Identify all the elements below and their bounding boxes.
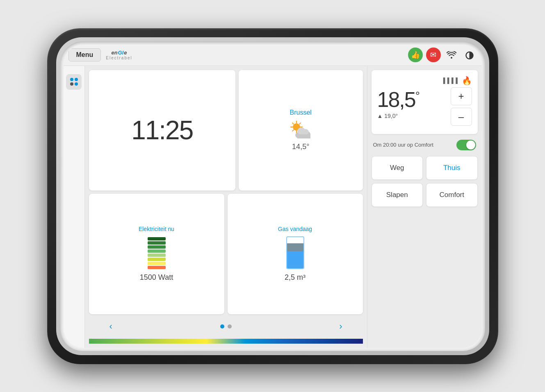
dot-3 [70,82,73,86]
top-tiles-row: 11:25 Brussel [89,70,363,190]
svg-point-12 [302,129,309,135]
svg-line-5 [292,123,294,124]
electricity-label: Elektriciteit nu [139,226,174,232]
dot-1 [70,78,73,81]
mode-thuis-button[interactable]: Thuis [426,156,478,180]
schedule-text: Om 20:00 uur op Comfort [373,142,433,148]
temp-decrease-button[interactable]: – [451,108,472,126]
right-panel: ▌▌▌▌ 🔥 18,5° ▲ 19,0° [367,66,482,348]
gas-level-top [287,243,303,251]
gas-value: 2,5 m³ [285,273,306,282]
main-content: 11:25 Brussel [64,66,482,348]
bar-3 [148,258,166,261]
electricity-tile: Elektriciteit nu [89,194,224,314]
weather-svg-icon [287,120,314,141]
sidebar [64,66,85,348]
apps-button[interactable] [66,74,82,90]
thumb-icon-button[interactable]: 👍 [408,48,423,62]
weather-icon-container [287,120,314,141]
degree-symbol: ° [415,89,419,102]
navigation-bar: ‹ › [89,317,363,335]
heating-card: ▌▌▌▌ 🔥 18,5° ▲ 19,0° [372,70,478,134]
bar-5 [148,249,166,253]
flame-icon: 🔥 [462,76,472,86]
bar-8 [148,237,166,240]
heating-header: ▌▌▌▌ 🔥 18,5° ▲ 19,0° [377,76,472,126]
clock-display: 11:25 [131,115,193,145]
wifi-icon-button[interactable] [444,48,459,62]
mode-grid: Weg Thuis Slapen Comfort [372,156,478,207]
bottom-tiles-row: Elektriciteit nu [89,194,363,314]
dashboard: 11:25 Brussel [85,66,367,348]
bar-7 [148,241,166,245]
screen-bezel: Menu en GI e Electrabel 👍 ✉ [60,41,485,351]
bottom-color-bar [89,339,363,344]
schedule-toggle[interactable] [456,140,476,150]
weather-tile: Brussel [239,70,363,190]
menu-button[interactable]: Menu [68,48,101,61]
screen: Menu en GI e Electrabel 👍 ✉ [64,45,482,348]
mail-icon-button[interactable]: ✉ [426,48,441,62]
target-temperature: ▲ 19,0° [377,113,419,119]
signal-bars-icon: ▌▌▌▌ [443,77,460,84]
page-dot-2 [228,324,232,329]
mode-weg-button[interactable]: Weg [372,156,423,180]
gas-gauge [286,236,304,269]
next-button[interactable]: › [335,321,346,332]
page-dot-1 [220,324,224,329]
logo-sub: Electrabel [106,56,132,60]
gas-label: Gas vandaag [278,226,312,232]
header: Menu en GI e Electrabel 👍 ✉ [64,45,482,66]
electricity-value: 1500 Watt [140,273,173,282]
schedule-row: Om 20:00 uur op Comfort [372,137,478,153]
prev-button[interactable]: ‹ [105,321,116,332]
tablet-inner: Menu en GI e Electrabel 👍 ✉ [56,37,489,355]
page-indicators [220,324,232,329]
bar-1 [148,266,166,269]
header-icons: 👍 ✉ ◑ [408,48,477,62]
svg-line-8 [299,123,301,124]
temp-increase-button[interactable]: + [451,87,472,105]
mode-slapen-button[interactable]: Slapen [372,183,423,207]
logo-area: en GI e Electrabel [106,50,132,60]
bar-6 [148,245,166,249]
heating-icons-row: ▌▌▌▌ 🔥 [377,76,472,86]
dot-2 [75,78,78,81]
svg-rect-13 [297,134,310,138]
temp-value: 18,5 [377,88,415,111]
temperature-controls: + – [451,87,472,126]
dot-4 [75,82,78,86]
tablet-device: Menu en GI e Electrabel 👍 ✉ [47,28,498,364]
current-temperature: 18,5° [377,88,419,111]
temp-display-area: 18,5° ▲ 19,0° [377,87,419,119]
svg-line-7 [292,130,294,131]
gas-level-bottom [287,251,303,268]
toggle-knob [466,140,475,150]
apps-icon [68,76,80,87]
mode-comfort-button[interactable]: Comfort [426,183,478,207]
gas-tile: Gas vandaag 2,5 m³ [228,194,363,314]
bar-2 [148,262,166,265]
weather-city: Brussel [290,109,312,116]
clock-tile: 11:25 [89,70,235,190]
contrast-icon-button[interactable]: ◑ [462,48,477,62]
weather-temperature: 14,5° [292,143,309,151]
energy-bars [148,236,166,269]
bar-4 [148,254,166,257]
